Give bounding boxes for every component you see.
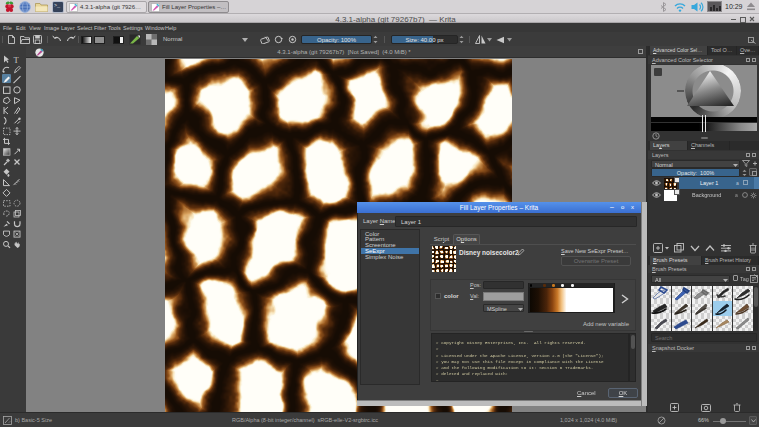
svg-text:T: T bbox=[14, 55, 20, 65]
svg-text:>_: >_ bbox=[54, 3, 61, 9]
